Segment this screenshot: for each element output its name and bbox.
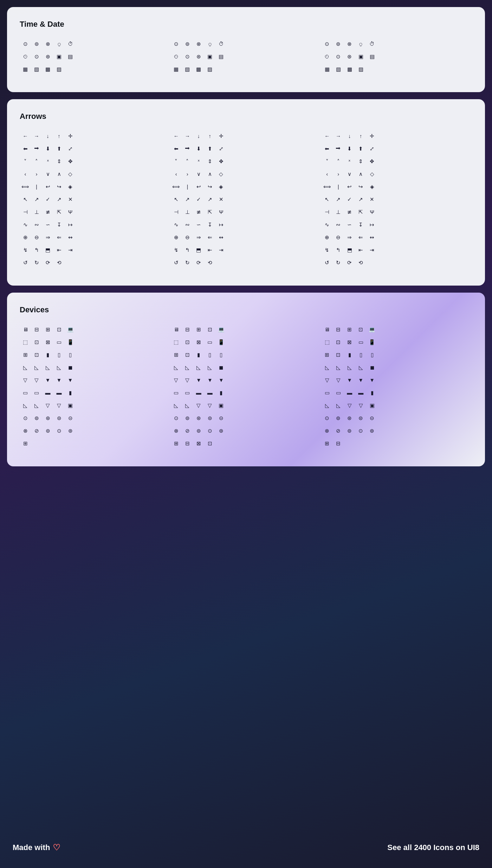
tilde-down-icon: ∿: [20, 219, 31, 229]
icon-row: ▦ ▧ ▩ ▨: [20, 64, 170, 74]
arrow-underline2-icon: ↦: [65, 219, 76, 229]
device13-icon: ⊗: [170, 426, 182, 435]
watch-icon: ⊙: [31, 51, 42, 61]
corner-right-icon: ↗: [31, 194, 42, 204]
sim-icon: ◺: [322, 400, 333, 410]
globe-clock-icon: ⊛: [42, 51, 53, 61]
devices-col-2: 🖥 ⊟ ⊞ ⊡ 💻 ⬚ ⊡ ⊠ ▭ 📱 ⊞ ⊡ ▮ ▯ ▯ ◺: [170, 324, 321, 451]
battery4-icon: ▮: [367, 388, 378, 397]
signal0-icon: ◺: [20, 362, 31, 372]
flash-icon: ↯: [20, 245, 31, 255]
signal0-icon: ◺: [170, 362, 182, 372]
wifi-up-icon: ▽: [344, 400, 355, 410]
icon-row: ⬚ ⊡ ⊠ ▭ 📱: [20, 337, 170, 347]
x-icon: ✕: [215, 194, 227, 204]
laptop3-icon: ⊡: [182, 337, 193, 347]
device18-icon: ⊞: [20, 438, 31, 448]
phone3-icon: ▯: [355, 350, 367, 359]
arrow-box-up-icon: ⬆: [355, 143, 367, 153]
wave-arrow-icon: ↭: [367, 232, 378, 242]
arrow-expand-icon: ⤢: [65, 143, 76, 153]
tablet-icon: ▭: [53, 337, 65, 347]
wifi3-icon: ▼: [355, 375, 367, 385]
monitor-icon: 🖥: [170, 324, 182, 334]
wave-arrow-icon: ↭: [215, 232, 227, 242]
devices-grid: 🖥 ⊟ ⊞ ⊡ 💻 ⬚ ⊡ ⊠ ▭ 📱 ⊞ ⊡ ▮ ▯ ▯ ◺: [20, 324, 472, 451]
see-all-label[interactable]: See all 2400 Icons on UI8: [387, 843, 479, 852]
wifi1-icon: ▽: [182, 375, 193, 385]
icon-row: ‹ › ∨ ∧ ◇: [20, 169, 170, 179]
corner-left-icon: ↖: [170, 194, 182, 204]
dbl-arrow-l-icon: ⇐: [53, 232, 65, 242]
devices-title: Devices: [20, 305, 472, 314]
icon-row: ⊕ ⊖ ⇒ ⇐ ↭: [20, 232, 170, 242]
arrow-fork-icon: Ψ: [215, 207, 227, 217]
device10-icon: ⊛: [344, 413, 355, 423]
alarm-icon: ⍜: [204, 39, 215, 49]
cal3-icon: ▦: [170, 64, 182, 74]
no-laptop-icon: ⊠: [344, 337, 355, 347]
circle-up-icon: ⊕: [170, 232, 182, 242]
chev-leftright-icon: ◇: [65, 169, 76, 179]
tablet-icon: ▭: [204, 337, 215, 347]
monitor3-icon: ⊞: [344, 324, 355, 334]
indent-icon: ⇤: [204, 245, 215, 255]
box-arrow-icon: ⬒: [344, 245, 355, 255]
timer-icon: ⏱: [215, 39, 227, 49]
icon-row: ⟺ | ↩ ↪ ◈: [20, 181, 170, 191]
chev-updown-icon: ⇕: [355, 156, 367, 166]
icon-row: ⏲ ⊙ ⊛ ▣ ▤: [322, 51, 472, 61]
signal3-icon: ◺: [355, 362, 367, 372]
arrow-up-icon: ↑: [204, 131, 215, 141]
device10-icon: ⊛: [42, 413, 53, 423]
no-bell-icon: ⊗: [344, 39, 355, 49]
chev-down-icon: ∨: [193, 169, 204, 179]
icon-row: ‹ › ∨ ∧ ◇: [170, 169, 321, 179]
arrow-box-right-icon: ⮕: [31, 143, 42, 153]
arrow-t-icon: ⊣: [322, 207, 333, 217]
chev-down-sm-icon: ˅: [170, 156, 182, 166]
phone4-icon: ▯: [65, 350, 76, 359]
chev-x-icon: ˣ: [42, 156, 53, 166]
device9-icon: ⊚: [31, 413, 42, 423]
chip-icon: ▣: [65, 400, 76, 410]
device10-icon: ⊛: [193, 413, 204, 423]
device8-icon: ⊙: [20, 413, 31, 423]
battery1-icon: ▭: [333, 388, 344, 397]
device11-icon: ⊜: [355, 413, 367, 423]
cal3-icon: ▦: [322, 64, 333, 74]
laptop3-icon: ⊡: [31, 337, 42, 347]
corner-left-icon: ↖: [20, 194, 31, 204]
device15-icon: ⊚: [193, 426, 204, 435]
signal1-icon: ◺: [333, 362, 344, 372]
icon-row: ⟺ | ↩ ↪ ◈: [322, 181, 472, 191]
device9-icon: ⊚: [182, 413, 193, 423]
clock2-icon: ⊚: [31, 39, 42, 49]
battery3-icon: ▬: [204, 388, 215, 397]
flash2-icon: ↰: [182, 245, 193, 255]
icon-row: ⊙ ⊚ ⊛ ⊜ ⊝: [170, 413, 321, 423]
arrow-col-2: ← → ↓ ↑ ✛ ⬅ ⮕ ⬇ ⬆ ⤢ ˅ ˄ ˣ ⇕ ✥ ‹: [170, 131, 321, 270]
monitor2-icon: ⊟: [333, 324, 344, 334]
battery0-icon: ▭: [170, 388, 182, 397]
alarm-icon: ⍜: [53, 39, 65, 49]
arrow-underline2-icon: ↦: [215, 219, 227, 229]
signal3-icon: ◺: [204, 362, 215, 372]
battery2-icon: ▬: [344, 388, 355, 397]
icon-row: ▽ ▽ ▼ ▼ ▼: [322, 375, 472, 385]
shuffle-icon: ◈: [65, 181, 76, 191]
cal4-icon: ▧: [31, 64, 42, 74]
refresh4-icon: ⟲: [355, 257, 367, 267]
tablet-icon: ▭: [355, 337, 367, 347]
time-date-title: Time & Date: [20, 20, 472, 29]
icon-row: ⊙ ⊚ ⊛ ⊜ ⊝: [322, 413, 472, 423]
icon-row: ▭ ▭ ▬ ▬ ▮: [20, 388, 170, 397]
icon-row: ◺ ◺ ◺ ◺ ◼: [20, 362, 170, 372]
image2-icon: ⊡: [31, 350, 42, 359]
arrow-fork-icon: Ψ: [367, 207, 378, 217]
arrow-up-icon: ↑: [53, 131, 65, 141]
icon-row: ⊗ ⊘ ⊚ ⊙ ⊛: [170, 426, 321, 435]
time-col-2: ⊙ ⊚ ⊗ ⍜ ⏱ ⏲ ⊙ ⊛ ▣ ▤ ▦ ▧ ▩ ▨: [170, 39, 321, 77]
arrow-box-right-icon: ⮕: [333, 143, 344, 153]
wifi0-icon: ▽: [322, 375, 333, 385]
